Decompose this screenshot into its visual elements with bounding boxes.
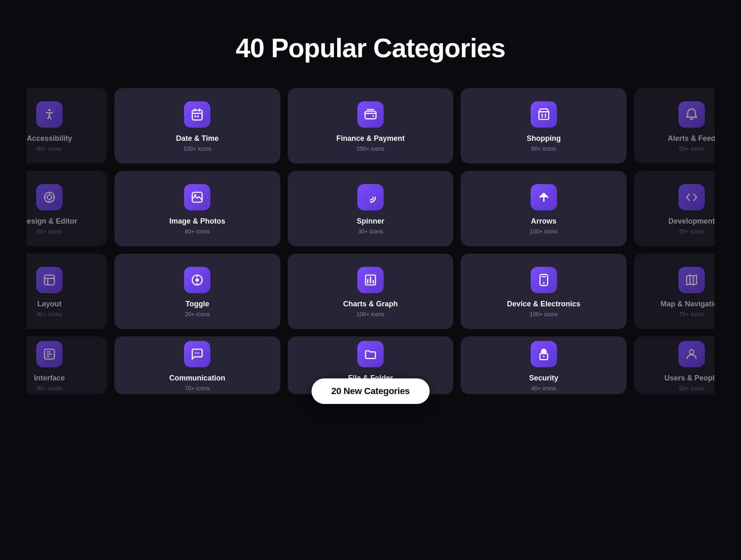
card-map[interactable]: Map & Navigation 70+ icons [634,254,741,329]
card-title-arrows: Arrows [531,217,557,226]
card-title-security: Security [529,374,558,383]
map-icon [678,267,705,293]
card-accessibility[interactable]: Accessibility 60+ icons [0,88,107,163]
card-count-spinner: 30+ icons [358,228,383,235]
card-interface[interactable]: Interface 80+ icons [0,336,107,394]
card-communication[interactable]: Communication 70+ icons [114,336,280,394]
page-title: 40 Popular Categories [236,33,506,63]
card-count-users: 50+ icons [679,385,704,392]
shopping-icon [531,101,557,128]
card-design[interactable]: Design & Editor 60+ icons [0,171,107,246]
image-icon [184,184,210,210]
card-title-device: Device & Electronics [507,300,580,308]
card-date-time[interactable]: Date & Time 100+ icons [114,88,280,163]
accessibility-icon [36,101,63,128]
spinner-icon [357,184,384,210]
card-title-shopping: Shopping [527,134,561,143]
design-icon [36,184,63,210]
card-security[interactable]: Security 40+ icons [461,336,627,394]
card-title-communication: Communication [169,374,225,383]
card-title-spinner: Spinner [357,217,384,226]
development-icon [678,184,705,210]
card-toggle[interactable]: Toggle 20+ icons [114,254,280,329]
card-title-image: Image & Photos [169,217,225,226]
card-charts[interactable]: Charts & Graph 100+ icons [288,254,454,329]
card-title-interface: Interface [34,374,65,383]
card-file-folder[interactable]: File & Folder 50+ icons 20 New Categorie… [288,336,454,394]
communication-icon [184,341,210,367]
row-1: Accessibility 60+ icons Date & Time 100+… [16,88,725,163]
card-device[interactable]: Device & Electronics 100+ icons [461,254,627,329]
card-count-finance: 100+ icons [357,145,384,152]
row-4: Interface 80+ icons Communication 70+ ic… [16,336,725,394]
card-count-device: 100+ icons [530,311,558,317]
alerts-icon [678,101,705,128]
card-users[interactable]: Users & People 50+ icons [634,336,741,394]
card-count-alerts: 50+ icons [679,145,704,152]
toggle-icon [184,267,210,293]
card-finance[interactable]: Finance & Payment 100+ icons [288,88,454,163]
card-count-layout: 60+ icons [37,311,62,317]
categories-grid: Accessibility 60+ icons Date & Time 100+… [0,88,741,394]
card-title-users: Users & People [664,374,719,383]
card-count-image: 60+ icons [185,228,210,235]
card-count-map: 70+ icons [679,311,704,317]
new-categories-button[interactable]: 20 New Categories [312,378,430,404]
card-title-design: Design & Editor [21,217,77,226]
users-icon [678,341,705,367]
row-2: Design & Editor 60+ icons Image & Photos… [16,171,725,246]
layout-icon [36,267,63,293]
row-3: Layout 60+ icons Toggle 20+ icons Charts… [16,254,725,329]
card-count-date-time: 100+ icons [183,145,211,152]
device-icon [531,267,557,293]
card-count-charts: 100+ icons [357,311,384,317]
charts-icon [357,267,384,293]
card-arrows[interactable]: Arrows 100+ icons [461,171,627,246]
folder-icon [357,341,384,367]
card-development[interactable]: Development 60+ icons [634,171,741,246]
card-count-interface: 80+ icons [37,385,62,392]
card-title-finance: Finance & Payment [336,134,405,143]
card-title-map: Map & Navigation [660,300,722,308]
card-count-communication: 70+ icons [185,385,210,392]
card-image[interactable]: Image & Photos 60+ icons [114,171,280,246]
card-title-layout: Layout [37,300,61,308]
card-count-arrows: 100+ icons [530,228,558,235]
card-layout[interactable]: Layout 60+ icons [0,254,107,329]
card-shopping[interactable]: Shopping 60+ icons [461,88,627,163]
card-count-accessibility: 60+ icons [37,145,62,152]
card-title-charts: Charts & Graph [343,300,398,308]
card-title-development: Development [668,217,715,226]
card-title-accessibility: Accessibility [27,134,72,143]
arrows-icon [531,184,557,210]
card-title-date-time: Date & Time [176,134,219,143]
card-title-alerts: Alerts & Feed [668,134,715,143]
card-spinner[interactable]: Spinner 30+ icons [288,171,454,246]
card-title-toggle: Toggle [186,300,210,308]
card-count-design: 60+ icons [37,228,62,235]
security-icon [531,341,557,367]
finance-icon [357,101,384,128]
card-count-shopping: 60+ icons [531,145,556,152]
card-count-security: 40+ icons [531,385,556,392]
interface-icon [36,341,63,367]
card-count-toggle: 20+ icons [185,311,210,317]
card-count-development: 60+ icons [679,228,704,235]
card-alerts[interactable]: Alerts & Feed 50+ icons [634,88,741,163]
date-time-icon [184,101,210,128]
